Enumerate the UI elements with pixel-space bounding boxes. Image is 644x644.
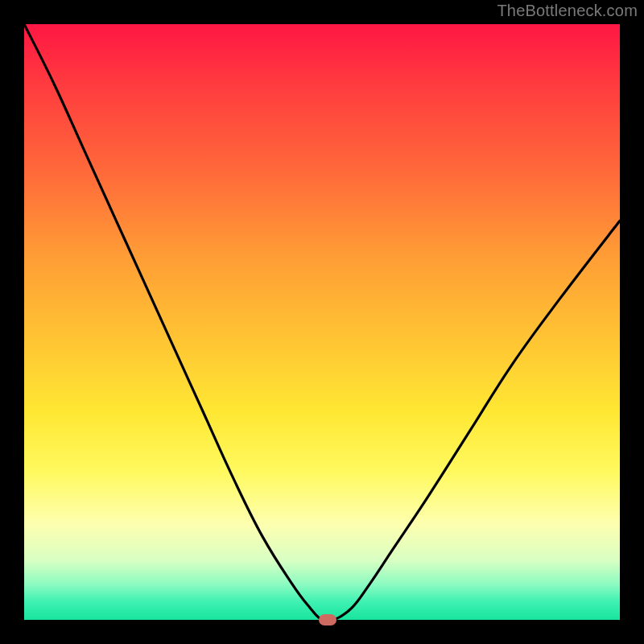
plot-area xyxy=(24,24,620,620)
bottleneck-curve xyxy=(24,24,620,620)
minimum-marker xyxy=(319,614,336,625)
chart-frame: TheBottleneck.com xyxy=(0,0,644,644)
watermark-text: TheBottleneck.com xyxy=(497,2,638,20)
